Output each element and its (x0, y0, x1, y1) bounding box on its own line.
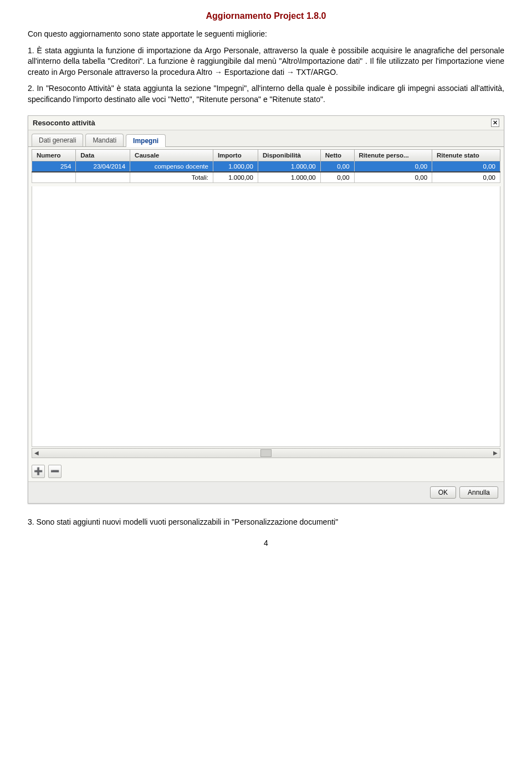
table-header-row: Numero Data Causale Importo Disponibilit… (32, 149, 500, 161)
scroll-thumb[interactable] (260, 449, 272, 457)
page-title: Aggiornamento Project 1.8.0 (28, 11, 504, 21)
page-number: 4 (28, 539, 504, 547)
cell-rit-perso: 0,00 (354, 161, 432, 172)
close-icon[interactable]: ✕ (491, 119, 499, 127)
tab-bar: Dati generali Mandati Impegni (28, 130, 504, 147)
tab-mandati[interactable]: Mandati (85, 134, 124, 146)
dialog-button-bar: OK Annulla (28, 481, 504, 503)
col-disponibilita[interactable]: Disponibilità (258, 149, 320, 161)
delete-row-icon[interactable]: ➖ (48, 465, 62, 478)
dialog-title-text: Resoconto attività (33, 119, 95, 127)
totals-label: Totali: (130, 172, 213, 183)
totals-rit-perso: 0,00 (354, 172, 432, 183)
cell-numero: 254 (32, 161, 76, 172)
add-row-icon[interactable]: ➕ (32, 465, 45, 478)
col-data[interactable]: Data (76, 149, 130, 161)
scroll-right-icon[interactable]: ▶ (491, 449, 500, 458)
col-importo[interactable]: Importo (213, 149, 258, 161)
dialog-title-bar: Resoconto attività ✕ (28, 116, 504, 130)
cell-disponibilita: 1.000,00 (258, 161, 320, 172)
totals-importo: 1.000,00 (213, 172, 258, 183)
ok-button[interactable]: OK (430, 486, 456, 499)
table-totals-row: Totali: 1.000,00 1.000,00 0,00 0,00 0,00 (32, 172, 500, 183)
cell-causale: compenso docente (130, 161, 213, 172)
table-area: Numero Data Causale Importo Disponibilit… (28, 147, 504, 186)
intro-text: Con questo aggiornamento sono state appo… (28, 29, 504, 40)
col-numero[interactable]: Numero (32, 149, 76, 161)
cell-rit-stato: 0,00 (432, 161, 500, 172)
totals-spacer-1 (32, 172, 76, 183)
item-1-text: 1. È stata aggiunta la funzione di impor… (28, 45, 504, 78)
col-ritenute-perso[interactable]: Ritenute perso... (354, 149, 432, 161)
item-3-text: 3. Sono stati aggiunti nuovi modelli vuo… (28, 517, 504, 528)
totals-spacer-2 (76, 172, 130, 183)
cancel-button[interactable]: Annulla (459, 486, 498, 499)
tab-impegni[interactable]: Impegni (126, 134, 166, 147)
totals-rit-stato: 0,00 (432, 172, 500, 183)
table-row[interactable]: 254 23/04/2014 compenso docente 1.000,00… (32, 161, 500, 172)
totals-disponibilita: 1.000,00 (258, 172, 320, 183)
impegni-table: Numero Data Causale Importo Disponibilit… (32, 149, 500, 183)
resoconto-attivita-dialog: Resoconto attività ✕ Dati generali Manda… (28, 115, 504, 504)
scroll-left-icon[interactable]: ◀ (32, 449, 41, 458)
row-icon-bar: ➕ ➖ (28, 461, 504, 481)
col-ritenute-stato[interactable]: Ritenute stato (432, 149, 500, 161)
cell-importo: 1.000,00 (213, 161, 258, 172)
cell-data: 23/04/2014 (76, 161, 130, 172)
tab-dati-generali[interactable]: Dati generali (32, 134, 83, 146)
horizontal-scrollbar[interactable]: ◀ ▶ (32, 448, 500, 458)
totals-netto: 0,00 (320, 172, 354, 183)
col-causale[interactable]: Causale (130, 149, 213, 161)
item-2-text: 2. In "Resoconto Attività" è stata aggiu… (28, 83, 504, 105)
table-empty-area (32, 186, 500, 447)
cell-netto: 0,00 (320, 161, 354, 172)
col-netto[interactable]: Netto (320, 149, 354, 161)
